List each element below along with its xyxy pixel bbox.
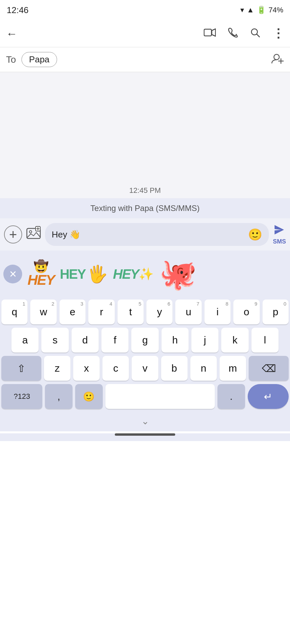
sticker-hey-hand[interactable]: HEY 🖐️ [60,264,107,284]
hide-keyboard-chevron[interactable]: ⌄ [141,416,149,427]
delete-key[interactable]: ⌫ [249,356,289,381]
key-b[interactable]: b [161,356,188,381]
signal-icon: ▲ [247,6,254,14]
space-key[interactable] [105,384,215,409]
svg-point-8 [30,230,32,233]
back-button[interactable]: ← [6,27,17,40]
shift-key[interactable]: ⇧ [1,356,41,381]
message-area: 12:45 PM Texting with Papa (SMS/MMS) [0,72,290,218]
send-icon [273,224,285,238]
key-m[interactable]: m [220,356,246,381]
message-input[interactable]: Hey 👋 🙂 [45,223,269,246]
key-g[interactable]: g [131,328,158,353]
gallery-button[interactable] [26,226,41,244]
sticker-suggestion-bar: ✕ 🤠 HEY HEY 🖐️ HEY ✨ 🐙 [0,251,290,298]
key-y[interactable]: y6 [146,300,173,324]
context-banner: Texting with Papa (SMS/MMS) [0,198,290,218]
key-s[interactable]: s [41,328,68,353]
to-label: To [6,54,16,65]
phone-icon[interactable] [228,28,238,40]
send-label: SMS [273,238,286,245]
svg-line-3 [257,34,259,37]
recipient-chip[interactable]: Papa [21,52,57,67]
svg-point-4 [274,54,279,60]
key-o[interactable]: o9 [233,300,259,324]
svg-marker-1 [212,29,215,36]
key-p[interactable]: p0 [262,300,289,324]
search-icon[interactable] [250,28,260,40]
key-z[interactable]: z [44,356,70,381]
emoji-keyboard-key[interactable]: 🙂 [75,384,103,409]
status-icons: ▾ ▲ 🔋 74% [240,6,283,14]
key-f[interactable]: f [101,328,129,353]
to-field: To Papa [0,47,290,72]
keyboard-row-4: ?123 , 🙂 . ↵ [1,384,289,409]
key-w[interactable]: w2 [30,300,56,324]
action-bar: ← ⋮ [0,20,290,47]
action-icons: ⋮ [204,26,284,41]
sticker-close-button[interactable]: ✕ [3,265,22,283]
add-attachment-button[interactable]: + [4,225,22,244]
message-timestamp: 12:45 PM [0,186,290,195]
keyboard-row-3: ⇧ z x c v b n m ⌫ [1,356,289,381]
keyboard-row-1: q1 w2 e3 r4 t5 y6 u7 i8 o9 p0 [1,300,289,324]
status-bar: 12:46 ▾ ▲ 🔋 74% [0,0,290,20]
svg-rect-0 [204,29,211,36]
sticker-hey-cowboy[interactable]: 🤠 HEY [28,260,54,288]
emoji-button[interactable]: 🙂 [248,228,262,241]
battery-percent: 74% [269,6,283,14]
message-text[interactable]: Hey 👋 [52,229,245,240]
sticker-hey-exclaim[interactable]: HEY ✨ [113,267,154,282]
status-time: 12:46 [7,5,29,15]
key-x[interactable]: x [73,356,100,381]
key-r[interactable]: r4 [88,300,114,324]
key-i[interactable]: i8 [204,300,231,324]
key-c[interactable]: c [102,356,129,381]
key-l[interactable]: l [251,328,279,353]
key-u[interactable]: u7 [175,300,201,324]
wifi-icon: ▾ [240,6,244,14]
enter-key[interactable]: ↵ [248,384,289,409]
key-k[interactable]: k [221,328,248,353]
more-options-icon[interactable]: ⋮ [272,26,284,41]
sticker-octopus[interactable]: 🐙 [159,259,197,289]
send-button[interactable]: SMS [273,224,286,245]
period-key[interactable]: . [218,384,245,409]
key-j[interactable]: j [191,328,219,353]
video-call-icon[interactable] [204,28,216,40]
keyboard-row-2: a s d f g h j k l [1,328,289,353]
bottom-bar: ⌄ [1,412,289,431]
key-t[interactable]: t5 [117,300,144,324]
key-a[interactable]: a [11,328,39,353]
add-contact-button[interactable] [271,53,284,67]
comma-key[interactable]: , [45,384,72,409]
symbols-key[interactable]: ?123 [1,384,42,409]
input-bar: + Hey 👋 🙂 SMS [0,218,290,251]
home-indicator [115,433,175,436]
key-d[interactable]: d [71,328,99,353]
key-h[interactable]: h [161,328,189,353]
key-q[interactable]: q1 [1,300,28,324]
keyboard: q1 w2 e3 r4 t5 y6 u7 i8 o9 p0 a s d f g … [0,298,290,431]
key-v[interactable]: v [132,356,158,381]
svg-marker-12 [275,225,284,234]
key-e[interactable]: e3 [59,300,86,324]
battery-icon: 🔋 [257,6,266,14]
key-n[interactable]: n [190,356,217,381]
